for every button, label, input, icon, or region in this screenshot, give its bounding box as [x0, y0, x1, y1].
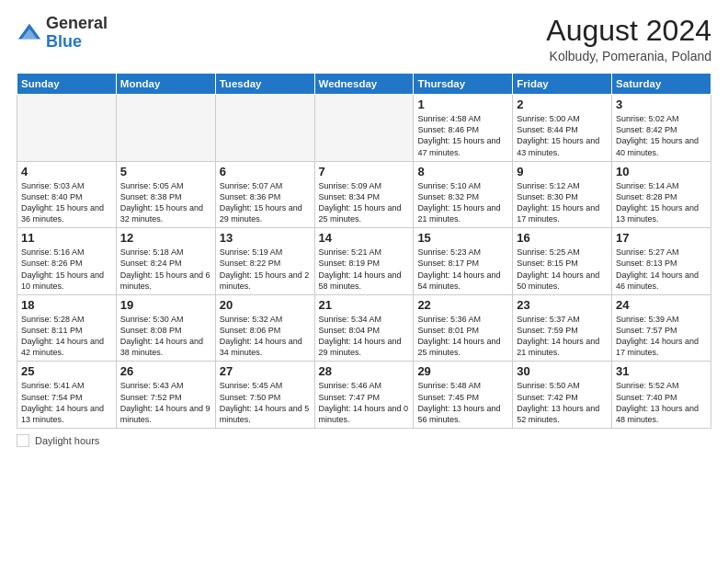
footer-box [17, 434, 29, 447]
cell-1-2 [116, 95, 215, 162]
day-number: 7 [319, 165, 410, 178]
day-number: 17 [616, 231, 707, 245]
col-header-saturday: Saturday [612, 74, 711, 95]
cell-content: Sunrise: 5:19 AM Sunset: 8:22 PM Dayligh… [220, 247, 311, 292]
cell-content: Sunrise: 5:12 AM Sunset: 8:30 PM Dayligh… [517, 180, 608, 225]
cell-4-6: 23Sunrise: 5:37 AM Sunset: 7:59 PM Dayli… [513, 294, 612, 362]
cell-content: Sunrise: 5:43 AM Sunset: 7:52 PM Dayligh… [120, 380, 211, 425]
day-number: 11 [21, 231, 112, 245]
day-number: 2 [517, 98, 608, 111]
week-row-1: 1Sunrise: 4:58 AM Sunset: 8:46 PM Daylig… [17, 95, 711, 162]
day-number: 25 [21, 364, 112, 378]
cell-5-1: 25Sunrise: 5:41 AM Sunset: 7:54 PM Dayli… [17, 362, 117, 429]
cell-3-2: 12Sunrise: 5:18 AM Sunset: 8:24 PM Dayli… [116, 228, 215, 295]
day-number: 13 [220, 231, 311, 245]
day-number: 30 [517, 364, 608, 378]
cell-2-7: 10Sunrise: 5:14 AM Sunset: 8:28 PM Dayli… [612, 161, 711, 228]
cell-content: Sunrise: 5:46 AM Sunset: 7:47 PM Dayligh… [319, 380, 410, 425]
cell-3-7: 17Sunrise: 5:27 AM Sunset: 8:13 PM Dayli… [612, 228, 711, 295]
day-number: 15 [417, 231, 508, 245]
day-number: 24 [616, 298, 707, 312]
cell-5-4: 28Sunrise: 5:46 AM Sunset: 7:47 PM Dayli… [314, 362, 414, 429]
day-number: 12 [120, 231, 211, 245]
logo-icon [17, 20, 42, 46]
cell-1-7: 3Sunrise: 5:02 AM Sunset: 8:42 PM Daylig… [612, 95, 711, 162]
day-number: 14 [319, 231, 410, 245]
cell-2-5: 8Sunrise: 5:10 AM Sunset: 8:32 PM Daylig… [414, 161, 513, 228]
cell-content: Sunrise: 5:37 AM Sunset: 7:59 PM Dayligh… [517, 314, 608, 359]
cell-2-2: 5Sunrise: 5:05 AM Sunset: 8:38 PM Daylig… [116, 161, 215, 228]
cell-content: Sunrise: 5:25 AM Sunset: 8:15 PM Dayligh… [517, 247, 608, 292]
col-header-monday: Monday [116, 74, 215, 95]
cell-4-4: 21Sunrise: 5:34 AM Sunset: 8:04 PM Dayli… [314, 294, 414, 362]
day-number: 9 [517, 165, 608, 178]
day-number: 26 [120, 364, 211, 378]
cell-content: Sunrise: 5:05 AM Sunset: 8:38 PM Dayligh… [120, 180, 211, 225]
title-area: August 2024 Kolbudy, Pomerania, Poland [546, 15, 711, 63]
day-number: 28 [319, 364, 410, 378]
cell-content: Sunrise: 5:23 AM Sunset: 8:17 PM Dayligh… [417, 247, 508, 292]
location: Kolbudy, Pomerania, Poland [546, 49, 711, 63]
cell-content: Sunrise: 5:52 AM Sunset: 7:40 PM Dayligh… [616, 380, 707, 425]
cell-3-1: 11Sunrise: 5:16 AM Sunset: 8:26 PM Dayli… [17, 228, 117, 295]
header: General Blue August 2024 Kolbudy, Pomera… [17, 15, 711, 63]
cell-2-6: 9Sunrise: 5:12 AM Sunset: 8:30 PM Daylig… [513, 161, 612, 228]
logo-blue-text: Blue [46, 32, 82, 51]
day-number: 5 [120, 165, 211, 178]
cell-content: Sunrise: 5:14 AM Sunset: 8:28 PM Dayligh… [616, 180, 707, 225]
cell-content: Sunrise: 5:02 AM Sunset: 8:42 PM Dayligh… [616, 113, 707, 158]
cell-content: Sunrise: 5:34 AM Sunset: 8:04 PM Dayligh… [319, 314, 410, 359]
logo: General Blue [17, 15, 108, 52]
cell-content: Sunrise: 4:58 AM Sunset: 8:46 PM Dayligh… [417, 113, 508, 158]
cell-content: Sunrise: 5:27 AM Sunset: 8:13 PM Dayligh… [616, 247, 707, 292]
cell-content: Sunrise: 5:30 AM Sunset: 8:08 PM Dayligh… [120, 314, 211, 359]
cell-3-6: 16Sunrise: 5:25 AM Sunset: 8:15 PM Dayli… [513, 228, 612, 295]
cell-content: Sunrise: 5:00 AM Sunset: 8:44 PM Dayligh… [517, 113, 608, 158]
day-number: 22 [417, 298, 508, 312]
cell-4-1: 18Sunrise: 5:28 AM Sunset: 8:11 PM Dayli… [17, 294, 117, 362]
cell-3-3: 13Sunrise: 5:19 AM Sunset: 8:22 PM Dayli… [215, 228, 314, 295]
calendar-table: SundayMondayTuesdayWednesdayThursdayFrid… [17, 73, 711, 429]
cell-4-2: 19Sunrise: 5:30 AM Sunset: 8:08 PM Dayli… [116, 294, 215, 362]
cell-2-3: 6Sunrise: 5:07 AM Sunset: 8:36 PM Daylig… [215, 161, 314, 228]
cell-content: Sunrise: 5:48 AM Sunset: 7:45 PM Dayligh… [417, 380, 508, 425]
cell-content: Sunrise: 5:50 AM Sunset: 7:42 PM Dayligh… [517, 380, 608, 425]
cell-3-4: 14Sunrise: 5:21 AM Sunset: 8:19 PM Dayli… [314, 228, 414, 295]
cell-content: Sunrise: 5:21 AM Sunset: 8:19 PM Dayligh… [319, 247, 410, 292]
cell-content: Sunrise: 5:28 AM Sunset: 8:11 PM Dayligh… [21, 314, 112, 359]
week-row-4: 18Sunrise: 5:28 AM Sunset: 8:11 PM Dayli… [17, 294, 711, 362]
header-row: SundayMondayTuesdayWednesdayThursdayFrid… [17, 74, 711, 95]
day-number: 19 [120, 298, 211, 312]
col-header-tuesday: Tuesday [215, 74, 314, 95]
cell-5-2: 26Sunrise: 5:43 AM Sunset: 7:52 PM Dayli… [116, 362, 215, 429]
cell-content: Sunrise: 5:03 AM Sunset: 8:40 PM Dayligh… [21, 180, 112, 225]
cell-content: Sunrise: 5:16 AM Sunset: 8:26 PM Dayligh… [21, 247, 112, 292]
cell-2-4: 7Sunrise: 5:09 AM Sunset: 8:34 PM Daylig… [314, 161, 414, 228]
cell-5-7: 31Sunrise: 5:52 AM Sunset: 7:40 PM Dayli… [612, 362, 711, 429]
cell-content: Sunrise: 5:10 AM Sunset: 8:32 PM Dayligh… [417, 180, 508, 225]
day-number: 31 [616, 364, 707, 378]
page: General Blue August 2024 Kolbudy, Pomera… [0, 0, 728, 563]
logo-general-text: General [46, 14, 108, 32]
cell-1-5: 1Sunrise: 4:58 AM Sunset: 8:46 PM Daylig… [414, 95, 513, 162]
cell-content: Sunrise: 5:36 AM Sunset: 8:01 PM Dayligh… [417, 314, 508, 359]
cell-4-7: 24Sunrise: 5:39 AM Sunset: 7:57 PM Dayli… [612, 294, 711, 362]
day-number: 10 [616, 165, 707, 178]
cell-content: Sunrise: 5:32 AM Sunset: 8:06 PM Dayligh… [220, 314, 311, 359]
footer: Daylight hours [17, 434, 711, 447]
cell-1-6: 2Sunrise: 5:00 AM Sunset: 8:44 PM Daylig… [513, 95, 612, 162]
day-number: 23 [517, 298, 608, 312]
week-row-5: 25Sunrise: 5:41 AM Sunset: 7:54 PM Dayli… [17, 362, 711, 429]
week-row-2: 4Sunrise: 5:03 AM Sunset: 8:40 PM Daylig… [17, 161, 711, 228]
cell-content: Sunrise: 5:41 AM Sunset: 7:54 PM Dayligh… [21, 380, 112, 425]
cell-4-3: 20Sunrise: 5:32 AM Sunset: 8:06 PM Dayli… [215, 294, 314, 362]
day-number: 8 [417, 165, 508, 178]
cell-5-3: 27Sunrise: 5:45 AM Sunset: 7:50 PM Dayli… [215, 362, 314, 429]
day-number: 20 [220, 298, 311, 312]
cell-4-5: 22Sunrise: 5:36 AM Sunset: 8:01 PM Dayli… [414, 294, 513, 362]
day-number: 16 [517, 231, 608, 245]
cell-5-5: 29Sunrise: 5:48 AM Sunset: 7:45 PM Dayli… [414, 362, 513, 429]
cell-3-5: 15Sunrise: 5:23 AM Sunset: 8:17 PM Dayli… [414, 228, 513, 295]
footer-label: Daylight hours [35, 435, 99, 446]
cell-1-3 [215, 95, 314, 162]
